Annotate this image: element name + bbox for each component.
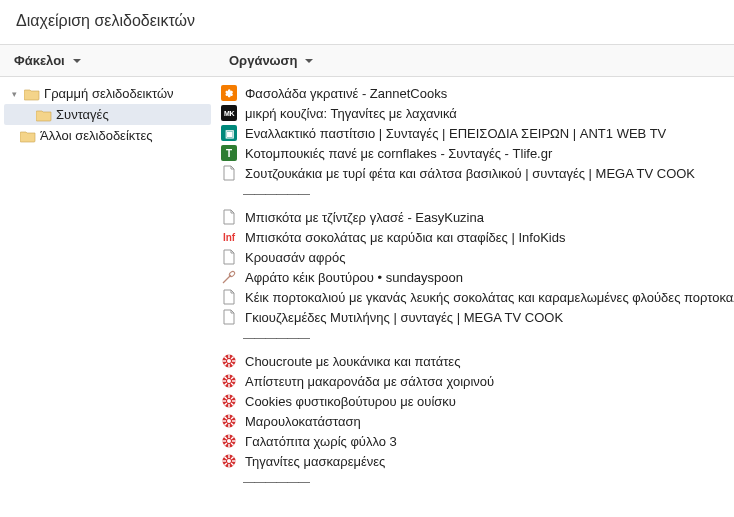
bookmark-item[interactable]: Γαλατόπιτα χωρίς φύλλο 3 <box>219 431 728 451</box>
bookmark-label: Εναλλακτικό παστίτσιο | Συνταγές | ΕΠΕΙΣ… <box>245 126 666 141</box>
folder-icon <box>24 87 40 101</box>
svg-point-43 <box>227 439 231 443</box>
bookmark-list: ✽Φασολάδα γκρατινέ - ZannetCooksΜΚμικρή … <box>215 77 734 514</box>
favicon: T <box>221 145 237 161</box>
bookmark-label: Μπισκότα με τζίντζερ γλασέ - EasyKuzina <box>245 210 484 225</box>
svg-point-1 <box>228 271 235 278</box>
twisty-open-icon[interactable]: ▾ <box>8 89 20 99</box>
bookmark-label: Κοτομπουκιές πανέ με cornflakes - Συνταγ… <box>245 146 552 161</box>
bookmark-label: Κέικ πορτοκαλιού με γκανάς λευκής σοκολά… <box>245 290 734 305</box>
favicon: Inf <box>221 229 237 245</box>
bookmark-label: Αφράτο κέικ βουτύρου • sundayspoon <box>245 270 463 285</box>
bookmark-item[interactable]: InfΜπισκότα σοκολάτας με καρύδια και στα… <box>219 227 728 247</box>
bookmark-label: Cookies φυστικοβούτυρου με ουίσκυ <box>245 394 456 409</box>
tree-item-bookmarks-bar[interactable]: ▾ Γραμμή σελιδοδεικτών <box>4 83 211 104</box>
bookmark-item[interactable]: Τηγανίτες μασκαρεμένες <box>219 451 728 471</box>
bookmark-label: Γκιουζλεμέδες Μυτιλήνης | συνταγές | MEG… <box>245 310 563 325</box>
bookmark-label: Σουτζουκάκια με τυρί φέτα και σάλτσα βασ… <box>245 166 695 181</box>
bookmark-item[interactable]: Κέικ πορτοκαλιού με γκανάς λευκής σοκολά… <box>219 287 728 307</box>
chevron-down-icon <box>73 59 81 63</box>
tree-item-other-bookmarks[interactable]: Άλλοι σελιδοδείκτες <box>4 125 211 146</box>
bookmark-item[interactable]: Μαρουλοκατάσταση <box>219 411 728 431</box>
favicon <box>221 393 237 409</box>
bookmark-item[interactable]: Απίστευτη μακαρονάδα με σάλτσα χοιρινού <box>219 371 728 391</box>
favicon: ΜΚ <box>221 105 237 121</box>
svg-point-13 <box>227 379 231 383</box>
bookmark-item[interactable]: ΜΚμικρή κουζίνα: Τηγανίτες με λαχανικά <box>219 103 728 123</box>
favicon <box>221 373 237 389</box>
separator: —————— <box>243 187 728 201</box>
bookmark-label: Μαρουλοκατάσταση <box>245 414 361 429</box>
folder-icon <box>20 129 36 143</box>
separator: —————— <box>243 475 728 489</box>
bookmark-label: Φασολάδα γκρατινέ - ZannetCooks <box>245 86 447 101</box>
toolbar: Φάκελοι Οργάνωση <box>0 45 734 77</box>
chevron-down-icon <box>305 59 313 63</box>
folder-tree: ▾ Γραμμή σελιδοδεικτών Συνταγές Άλλοι σε… <box>0 77 215 514</box>
bookmark-label: Τηγανίτες μασκαρεμένες <box>245 454 385 469</box>
favicon <box>221 413 237 429</box>
bookmark-label: Μπισκότα σοκολάτας με καρύδια και σταφίδ… <box>245 230 565 245</box>
bookmark-item[interactable]: Αφράτο κέικ βουτύρου • sundayspoon <box>219 267 728 287</box>
bookmark-item[interactable]: Κρουασάν αφρός <box>219 247 728 267</box>
page-icon <box>221 309 237 325</box>
svg-point-23 <box>227 399 231 403</box>
bookmark-item[interactable]: Μπισκότα με τζίντζερ γλασέ - EasyKuzina <box>219 207 728 227</box>
page-icon <box>221 289 237 305</box>
bookmark-label: Απίστευτη μακαρονάδα με σάλτσα χοιρινού <box>245 374 494 389</box>
svg-point-33 <box>227 419 231 423</box>
bookmark-item[interactable]: Σουτζουκάκια με τυρί φέτα και σάλτσα βασ… <box>219 163 728 183</box>
bookmark-label: Γαλατόπιτα χωρίς φύλλο 3 <box>245 434 397 449</box>
bookmark-item[interactable]: Γκιουζλεμέδες Μυτιλήνης | συνταγές | MEG… <box>219 307 728 327</box>
page-icon <box>221 165 237 181</box>
bookmark-label: Κρουασάν αφρός <box>245 250 345 265</box>
organize-menu-label: Οργάνωση <box>229 53 297 68</box>
page-icon <box>221 209 237 225</box>
bookmark-item[interactable]: Cookies φυστικοβούτυρου με ουίσκυ <box>219 391 728 411</box>
bookmark-item[interactable]: ✽Φασολάδα γκρατινέ - ZannetCooks <box>219 83 728 103</box>
tree-item-label: Συνταγές <box>56 107 109 122</box>
tree-item-recipes[interactable]: Συνταγές <box>4 104 211 125</box>
bookmark-label: Choucroute με λουκάνικα και πατάτες <box>245 354 460 369</box>
organize-menu[interactable]: Οργάνωση <box>215 45 734 76</box>
tree-item-label: Άλλοι σελιδοδείκτες <box>40 128 153 143</box>
svg-point-53 <box>227 459 231 463</box>
favicon: ✽ <box>221 85 237 101</box>
favicon <box>221 453 237 469</box>
favicon: ▣ <box>221 125 237 141</box>
favicon <box>221 433 237 449</box>
folder-icon <box>36 108 52 122</box>
page-icon <box>221 249 237 265</box>
bookmark-item[interactable]: TΚοτομπουκιές πανέ με cornflakes - Συντα… <box>219 143 728 163</box>
svg-point-3 <box>227 359 231 363</box>
folders-menu[interactable]: Φάκελοι <box>0 45 215 76</box>
page-title: Διαχείριση σελιδοδεικτών <box>0 0 734 44</box>
whisk-icon <box>221 269 237 285</box>
bookmark-item[interactable]: ▣Εναλλακτικό παστίτσιο | Συνταγές | ΕΠΕΙ… <box>219 123 728 143</box>
favicon <box>221 353 237 369</box>
separator: —————— <box>243 331 728 345</box>
bookmark-item[interactable]: Choucroute με λουκάνικα και πατάτες <box>219 351 728 371</box>
folders-menu-label: Φάκελοι <box>14 53 65 68</box>
bookmark-label: μικρή κουζίνα: Τηγανίτες με λαχανικά <box>245 106 457 121</box>
tree-item-label: Γραμμή σελιδοδεικτών <box>44 86 174 101</box>
